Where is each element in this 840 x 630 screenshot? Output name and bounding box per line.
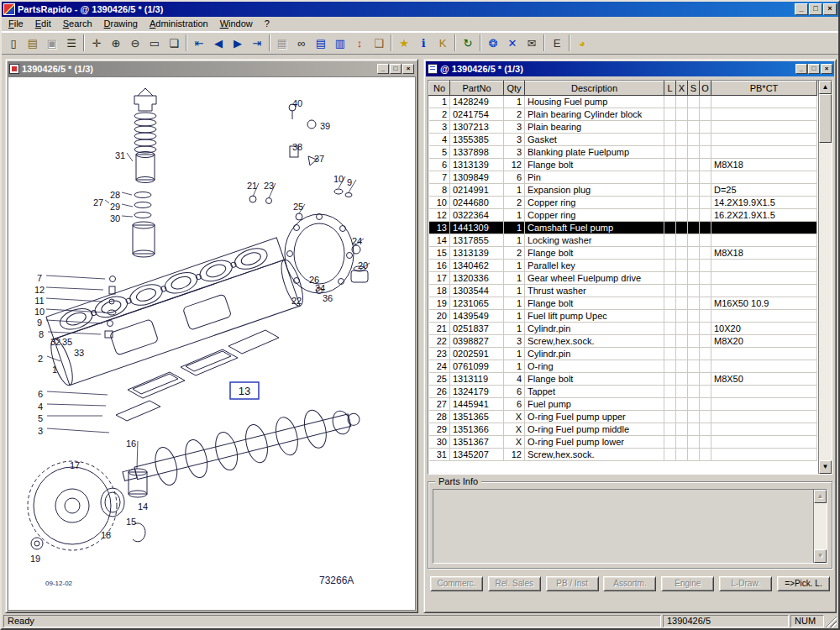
column-header-description[interactable]: Description [525, 81, 664, 96]
scroll-track[interactable] [819, 94, 832, 460]
part-row-18[interactable]: 1813035441Thrust washer [429, 285, 817, 297]
part-row-22[interactable]: 2203988273Screw,hex.sock.M8X20 [429, 335, 817, 348]
part-row-14[interactable]: 1413178551Locking washer [429, 234, 817, 247]
part-row-28[interactable]: 281351365XO-ring Fuel pump upper [429, 411, 817, 423]
toolbar-close-x-button[interactable]: ✕ [503, 34, 522, 52]
part-row-31[interactable]: 31134520712Screw,hex.sock. [429, 449, 817, 461]
callout-27[interactable]: 27 [93, 197, 103, 207]
callout-39[interactable]: 39 [320, 121, 330, 131]
toolbar-report-info-button[interactable]: ℹ [414, 34, 433, 52]
part-row-3[interactable]: 313072133Plain bearing [429, 121, 817, 134]
part-row-8[interactable]: 802149911Expansion plugD=25 [429, 184, 817, 197]
menu-search[interactable]: Search [57, 17, 98, 31]
column-header-o[interactable]: O [700, 81, 711, 96]
part-row-10[interactable]: 1002446802Copper ring14.2X19.9X1.5 [429, 197, 817, 209]
toolbar-two-page-view-button[interactable]: ❏ [165, 34, 183, 52]
minimize-button[interactable]: _ [795, 3, 808, 15]
toolbar-pan-button[interactable]: ✛ [87, 34, 106, 52]
callout-36[interactable]: 36 [323, 293, 333, 303]
action-pick-l[interactable]: =>Pick. L. [777, 576, 830, 591]
part-row-19[interactable]: 1912310651Flange boltM16X50 10.9 [429, 297, 817, 310]
parts-info-scrollbar[interactable]: ▲ ▼ [813, 490, 827, 563]
toolbar-refresh-button[interactable]: ↻ [459, 34, 477, 52]
callout-5[interactable]: 5 [38, 413, 43, 423]
action-engine[interactable]: Engine [661, 576, 714, 591]
toolbar-open-folder-button[interactable]: ▤ [24, 34, 42, 52]
toolbar-email-envelope-button[interactable]: ✉ [522, 34, 541, 52]
part-row-30[interactable]: 301351367XO-ring Fuel pump lower [429, 436, 817, 449]
action-l-draw[interactable]: L-Draw. [719, 576, 772, 591]
callout-9[interactable]: 9 [37, 318, 42, 328]
toolbar-clipboard-button[interactable]: ❑ [370, 34, 388, 52]
toolbar-previous-page-button[interactable]: ◀ [209, 34, 228, 52]
callout-3[interactable]: 3 [38, 426, 43, 436]
maximize-button[interactable]: □ [390, 64, 402, 74]
callout-16[interactable]: 16 [126, 438, 136, 449]
callout-8[interactable]: 8 [39, 329, 44, 339]
column-header-pbct[interactable]: PB*CT [711, 81, 817, 96]
part-row-2[interactable]: 202417542Plain bearing Cylinder block [429, 108, 817, 121]
part-row-7[interactable]: 713098496Pin [429, 171, 817, 184]
toolbar-save-button[interactable]: ▣ [43, 34, 61, 52]
parts-info-text-area[interactable]: ▲ ▼ [433, 489, 827, 564]
part-row-4[interactable]: 413553853Gasket [429, 134, 817, 146]
callout-24[interactable]: 24 [352, 236, 362, 246]
toolbar-key-button[interactable]: K [433, 34, 452, 52]
toolbar-sort-view-button[interactable]: ↕ [350, 34, 369, 52]
menu-window[interactable]: Window [214, 17, 259, 31]
callout-9[interactable]: 9 [347, 177, 352, 187]
maximize-button[interactable]: □ [809, 3, 822, 15]
action-assortm[interactable]: Assortm. [603, 576, 656, 591]
callout-31[interactable]: 31 [115, 150, 125, 160]
part-row-27[interactable]: 2714459416Fuel pump [429, 398, 817, 411]
callout-15[interactable]: 15 [126, 517, 136, 527]
callout-4[interactable]: 4 [38, 402, 43, 412]
part-row-29[interactable]: 291351366XO-ring Fuel pump middle [429, 423, 817, 436]
part-row-16[interactable]: 1613404621Parallel key [429, 260, 817, 272]
callout-1[interactable]: 1 [52, 365, 57, 375]
part-row-1[interactable]: 114282491Housing Fuel pump [429, 96, 817, 108]
toolbar-parts-list-view-button[interactable]: ▤ [312, 34, 330, 52]
part-row-17[interactable]: 1713203361Gear wheel Fuelpump drive [429, 272, 817, 285]
toolbar-zoom-out-button[interactable]: ⊖ [126, 34, 144, 52]
close-button[interactable]: × [823, 3, 837, 15]
minimize-button[interactable]: _ [377, 64, 389, 74]
action-commerc[interactable]: Commerc. [430, 576, 483, 591]
callout-12[interactable]: 12 [34, 285, 45, 295]
column-header-l[interactable]: L [664, 81, 676, 96]
callout-10[interactable]: 10 [34, 307, 45, 317]
callout-7[interactable]: 7 [37, 273, 42, 283]
callout-38[interactable]: 38 [292, 142, 302, 152]
column-header-s[interactable]: S [688, 81, 700, 96]
toolbar-print-button[interactable]: ☰ [62, 34, 81, 52]
toolbar-last-page-button[interactable]: ⇥ [248, 34, 266, 52]
table-scrollbar[interactable]: ▲ ▼ [818, 81, 832, 474]
callout-28[interactable]: 28 [110, 190, 120, 200]
callout-11[interactable]: 11 [34, 296, 44, 306]
menu-edit[interactable]: Edit [29, 17, 57, 31]
part-row-23[interactable]: 2302025911Cylindr.pin [429, 348, 817, 360]
scroll-up-button[interactable]: ▲ [819, 81, 832, 94]
part-row-12[interactable]: 1203223641Copper ring16.2X21.9X1.5 [429, 209, 817, 222]
column-header-partno[interactable]: PartNo [450, 81, 504, 96]
callout-40[interactable]: 40 [292, 98, 302, 108]
callout-2[interactable]: 2 [38, 354, 43, 364]
part-row-13[interactable]: 1314413091Camshaft Fuel pump [429, 222, 817, 234]
menu-drawing[interactable]: Drawing [98, 17, 144, 31]
toolbar-web-globe-button[interactable]: ❂ [484, 34, 502, 52]
toolbar-first-page-button[interactable]: ⇤ [190, 34, 208, 52]
toolbar-find-binoculars-button[interactable]: ∞ [292, 34, 311, 52]
callout-32[interactable]: 32 [50, 337, 60, 347]
column-header-no[interactable]: No [429, 81, 450, 96]
part-row-5[interactable]: 513378983Blanking plate Fuelpump [429, 146, 817, 159]
callout-14[interactable]: 14 [138, 501, 148, 512]
callout-6[interactable]: 6 [38, 389, 43, 399]
action-pb-inst[interactable]: PB / Inst [546, 576, 599, 591]
info-scroll-down-button[interactable]: ▼ [814, 549, 827, 563]
callout-21[interactable]: 21 [247, 181, 257, 191]
callout-25[interactable]: 25 [293, 202, 303, 212]
toolbar-new-document-button[interactable]: ▯ [4, 34, 23, 52]
close-button[interactable]: × [402, 64, 414, 74]
part-row-25[interactable]: 2513131194Flange boltM8X50 [429, 373, 817, 386]
callout-29[interactable]: 29 [110, 202, 120, 212]
